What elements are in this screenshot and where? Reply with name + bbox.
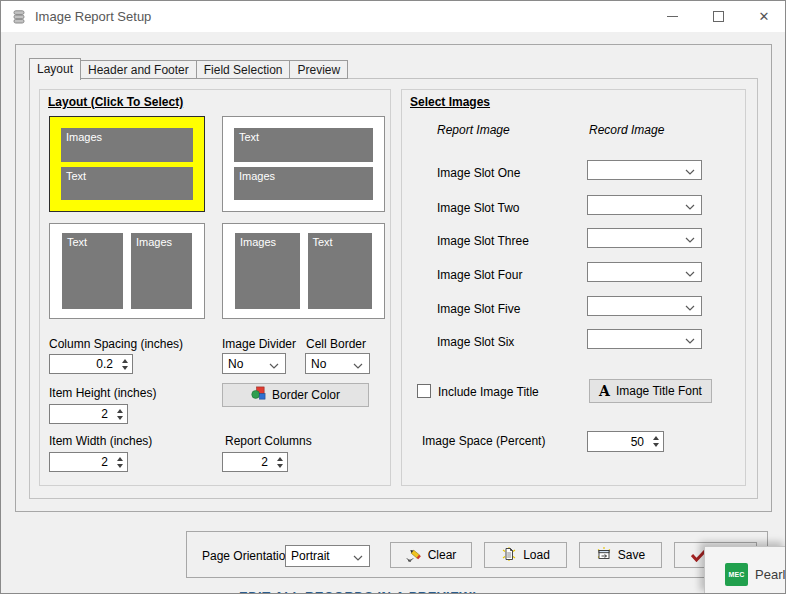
layout-block-text: Text — [61, 167, 193, 201]
spinner-arrows — [112, 453, 127, 471]
chevron-down-icon — [269, 355, 279, 373]
cell-border-select[interactable]: No — [305, 353, 370, 374]
tab-field-selection[interactable]: Field Selection — [197, 60, 291, 79]
layout-option-1[interactable]: Images Text — [49, 116, 205, 212]
image-report-setup-window: Image Report Setup ✕ Layout Header and F… — [0, 0, 786, 594]
layout-block-text: Text — [62, 233, 123, 309]
spinner-arrows — [272, 453, 287, 471]
tab-layout[interactable]: Layout — [29, 58, 81, 80]
toast-text: Pearl Izu — [755, 567, 786, 582]
chevron-down-icon — [685, 263, 695, 281]
bottom-action-bar: Page Orientation Portrait Clear — [186, 531, 768, 578]
chevron-down-icon — [685, 161, 695, 179]
item-width-input[interactable]: 2 — [49, 452, 128, 472]
spin-down-icon[interactable] — [117, 416, 123, 420]
report-columns-input[interactable]: 2 — [222, 452, 288, 472]
report-image-header: Report Image — [437, 123, 510, 137]
spin-up-icon[interactable] — [117, 409, 123, 413]
chevron-down-icon — [685, 330, 695, 348]
database-icon — [11, 9, 27, 25]
spin-down-icon[interactable] — [122, 366, 128, 370]
border-color-icon — [251, 386, 266, 404]
layout-option-2[interactable]: Text Images — [222, 116, 385, 212]
layout-block-images: Images — [234, 167, 373, 201]
image-divider-select[interactable]: No — [222, 353, 286, 374]
clear-label: Clear — [428, 548, 457, 562]
layout-option-4[interactable]: Images Text — [222, 223, 385, 319]
chevron-down-icon — [685, 196, 695, 214]
image-space-label: Image Space (Percent) — [422, 434, 545, 448]
minimize-icon — [667, 16, 678, 17]
spin-down-icon[interactable] — [117, 464, 123, 468]
image-slot-five-select[interactable] — [587, 296, 702, 316]
font-icon: A — [599, 384, 610, 398]
load-button[interactable]: Load — [484, 542, 567, 568]
spin-up-icon[interactable] — [117, 457, 123, 461]
clear-button[interactable]: Clear — [390, 542, 472, 568]
cell-border-label: Cell Border — [306, 337, 366, 351]
select-images-groupbox: Select Images Report Image Record Image … — [401, 89, 746, 486]
include-image-title-checkbox[interactable] — [417, 384, 431, 398]
save-button[interactable]: Save — [579, 542, 662, 568]
image-slot-two-label: Image Slot Two — [437, 201, 520, 215]
layout-option-3[interactable]: Text Images — [49, 223, 205, 319]
layout-group-title: Layout (Click To Select) — [48, 95, 183, 109]
layout-block-images: Images — [131, 233, 192, 309]
clear-icon — [406, 546, 422, 565]
load-label: Load — [523, 548, 550, 562]
item-height-input[interactable]: 2 — [49, 404, 128, 424]
image-title-font-button[interactable]: A Image Title Font — [589, 379, 712, 403]
report-columns-label: Report Columns — [225, 434, 312, 448]
spin-down-icon[interactable] — [277, 464, 283, 468]
tab-preview[interactable]: Preview — [290, 60, 348, 79]
image-slot-four-label: Image Slot Four — [437, 268, 522, 282]
spin-up-icon[interactable] — [653, 436, 659, 440]
image-slot-two-select[interactable] — [587, 195, 702, 215]
report-columns-value: 2 — [223, 455, 272, 469]
border-color-label: Border Color — [272, 388, 340, 402]
spinner-arrows — [112, 405, 127, 423]
image-slot-three-label: Image Slot Three — [437, 234, 529, 248]
layout-tab-page: Layout (Click To Select) Images Text Tex… — [29, 78, 758, 499]
clipped-footer-text: EDIT ALL RECORDS IN A PREVIEW! — [239, 587, 539, 594]
image-slot-three-select[interactable] — [587, 228, 702, 248]
image-slot-six-label: Image Slot Six — [437, 335, 514, 349]
title-bar: Image Report Setup ✕ — [1, 1, 785, 32]
image-slot-six-select[interactable] — [587, 329, 702, 349]
close-icon: ✕ — [759, 10, 770, 23]
border-color-button[interactable]: Border Color — [222, 383, 369, 407]
tab-header-and-footer[interactable]: Header and Footer — [81, 60, 197, 79]
close-button[interactable]: ✕ — [741, 1, 786, 32]
column-spacing-input[interactable]: 0.2 — [49, 354, 133, 374]
minimize-button[interactable] — [649, 1, 695, 32]
image-slot-five-label: Image Slot Five — [437, 302, 520, 316]
page-orientation-label: Page Orientation — [202, 549, 292, 563]
image-slot-one-select[interactable] — [587, 160, 702, 180]
layout-groupbox: Layout (Click To Select) Images Text Tex… — [39, 89, 391, 486]
column-spacing-value: 0.2 — [50, 357, 117, 371]
chevron-down-icon — [353, 547, 363, 565]
layout-block-images: Images — [235, 233, 300, 309]
maximize-button[interactable] — [695, 1, 741, 32]
item-height-value: 2 — [50, 407, 112, 421]
image-title-font-label: Image Title Font — [616, 384, 702, 398]
image-slot-one-label: Image Slot One — [437, 166, 520, 180]
cell-border-value: No — [311, 357, 326, 371]
spin-up-icon[interactable] — [277, 457, 283, 461]
layout-block-text: Text — [234, 128, 373, 162]
page-orientation-select[interactable]: Portrait — [285, 545, 370, 567]
layout-block-text: Text — [308, 233, 373, 309]
spinner-arrows — [648, 432, 663, 451]
image-slot-four-select[interactable] — [587, 262, 702, 282]
record-image-header: Record Image — [589, 123, 664, 137]
spinner-arrows — [117, 355, 132, 373]
spin-down-icon[interactable] — [653, 443, 659, 447]
save-label: Save — [618, 548, 645, 562]
image-divider-label: Image Divider — [222, 337, 296, 351]
item-width-value: 2 — [50, 455, 112, 469]
spin-up-icon[interactable] — [122, 359, 128, 363]
load-icon — [501, 546, 517, 565]
notification-toast[interactable]: MEC Pearl Izu — [704, 546, 786, 594]
image-space-input[interactable]: 50 — [587, 431, 664, 452]
column-spacing-label: Column Spacing (inches) — [49, 337, 183, 351]
